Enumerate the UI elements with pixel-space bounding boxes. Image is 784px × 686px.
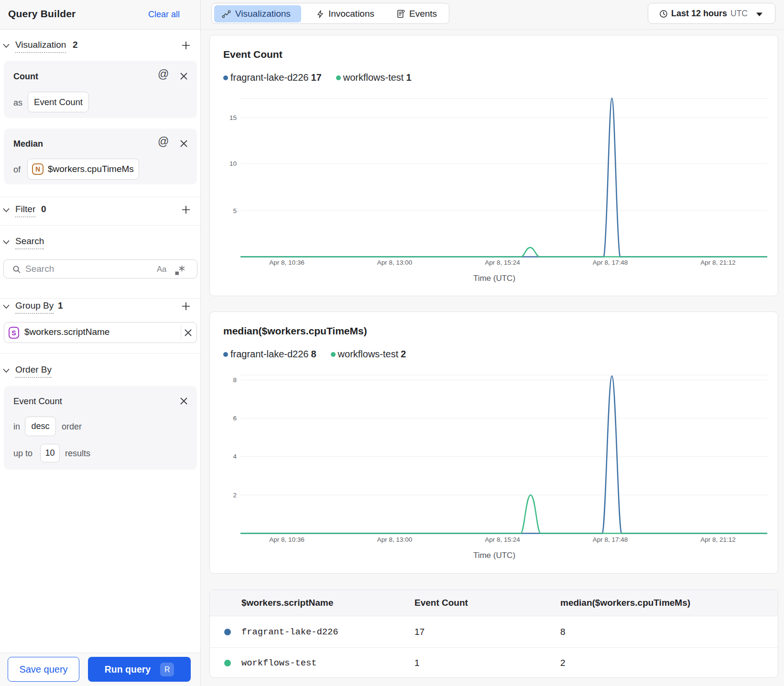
svg-text:Time (UTC): Time (UTC)	[473, 274, 515, 283]
svg-text:Apr 8, 17:48: Apr 8, 17:48	[593, 259, 628, 266]
svg-text:Time (UTC): Time (UTC)	[473, 551, 515, 560]
svg-text:6: 6	[233, 415, 237, 422]
svg-text:Apr 8, 13:00: Apr 8, 13:00	[377, 259, 413, 266]
svg-text:Apr 8, 15:24: Apr 8, 15:24	[485, 259, 520, 266]
svg-text:Apr 8, 15:24: Apr 8, 15:24	[485, 536, 520, 543]
svg-text:Apr 8, 21:12: Apr 8, 21:12	[700, 536, 736, 543]
svg-text:Apr 8, 10:36: Apr 8, 10:36	[269, 259, 305, 266]
svg-text:10: 10	[229, 160, 237, 167]
svg-text:4: 4	[233, 453, 237, 460]
svg-text:Apr 8, 21:12: Apr 8, 21:12	[700, 259, 736, 266]
svg-text:Apr 8, 10:36: Apr 8, 10:36	[269, 536, 305, 543]
svg-text:Apr 8, 13:00: Apr 8, 13:00	[377, 536, 413, 543]
svg-text:Apr 8, 17:48: Apr 8, 17:48	[593, 536, 628, 543]
svg-text:5: 5	[233, 207, 237, 214]
svg-text:2: 2	[233, 492, 237, 499]
svg-text:8: 8	[233, 376, 237, 384]
svg-text:15: 15	[229, 114, 237, 121]
